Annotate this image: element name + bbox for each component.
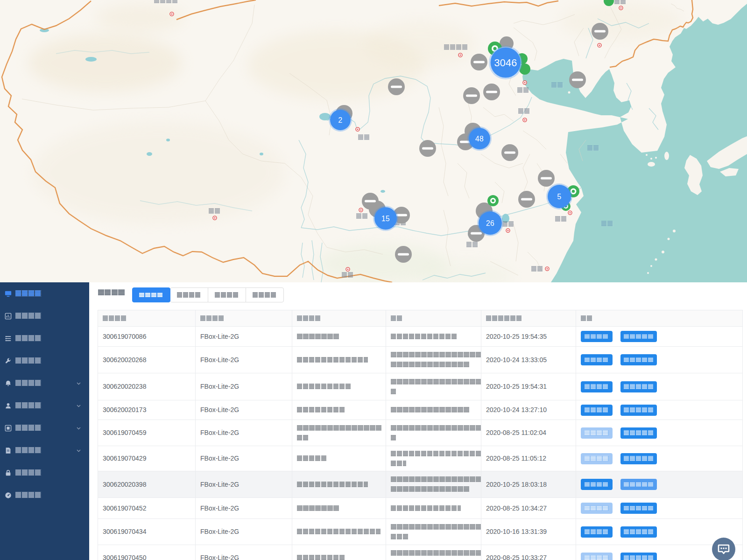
svg-text:5: 5 bbox=[557, 193, 562, 201]
svg-text:3046: 3046 bbox=[494, 57, 517, 69]
svg-text:26: 26 bbox=[486, 219, 494, 227]
svg-text:48: 48 bbox=[475, 135, 484, 143]
svg-text:15: 15 bbox=[381, 215, 390, 223]
svg-text:2: 2 bbox=[338, 116, 343, 124]
